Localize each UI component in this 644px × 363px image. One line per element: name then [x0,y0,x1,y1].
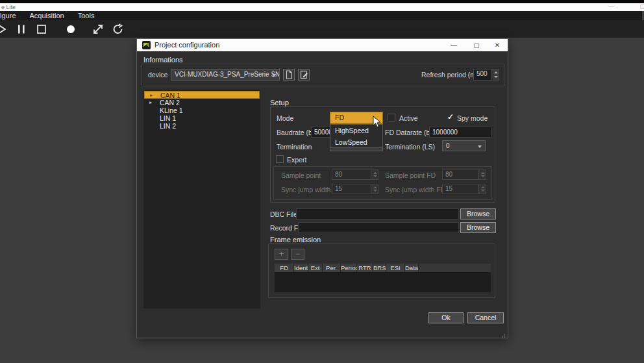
sync-jump-width-fd-label: Sync jump width FD [385,186,445,194]
refresh-icon[interactable] [112,23,123,35]
tree-item[interactable]: ► CAN 1 [144,91,260,99]
mouse-cursor [373,116,382,129]
minimize-button[interactable]: — [447,40,461,51]
tree-item-label: KLine 1 [160,106,183,114]
channel-tree: ► CAN 1 ► CAN 2 ► KLine 1 ► LIN 1 [143,90,260,308]
app-logo-icon [142,41,151,49]
sync-jump-width-fd-spinner: 15 [442,184,486,194]
spy-mode-label: Spy mode [457,114,488,122]
frame-table-column-header[interactable]: BRS [373,264,386,272]
sample-point-fd-spinner: 80 [442,169,486,180]
record-browse-label: Browse [467,223,489,231]
sample-point-fd-label: Sample point FD [385,171,436,179]
minus-icon: − [295,249,300,258]
frame-table-body[interactable] [275,272,491,292]
fd-datarate-input[interactable]: 1000000 [429,127,491,138]
frame-table-column-header[interactable]: RTR [357,264,373,272]
dbc-file-input[interactable] [296,208,459,219]
record-icon[interactable] [65,23,77,35]
tree-item[interactable]: ► CAN 2 [144,99,260,106]
tree-item-label: LIN 1 [160,114,176,122]
record-browse-button[interactable]: Browse [460,222,496,233]
app-titlebar: e Lite — ▢ [0,3,644,11]
resize-grip[interactable] [499,330,505,336]
tree-item-label: LIN 2 [160,122,176,130]
active-checkbox[interactable] [388,114,395,121]
app-minimize-icon[interactable]: — [608,3,614,10]
tree-expander-icon[interactable]: ► [149,99,153,106]
app-maximize-icon[interactable]: ▢ [639,3,644,10]
spinner-arrows-icon[interactable] [491,69,499,80]
termination-ls-label: Termination (LS) [385,143,435,151]
frame-table-column-header[interactable]: FD [275,264,294,272]
tree-item-label: CAN 2 [160,99,180,106]
sync-jump-width-spinner: 15 [332,184,378,194]
menu-item[interactable]: figure [0,12,16,19]
spinner-arrows-icon [478,184,486,194]
screen: e Lite — ▢ figure Acquisition Tools [0,0,644,363]
refresh-period-spinner[interactable]: 500 [473,69,499,81]
frame-table-column-header[interactable]: Data [405,264,419,272]
remove-frame-button[interactable]: − [291,249,304,260]
termination-ls-value: 0 [446,142,450,149]
spinner-arrows-icon [478,170,486,179]
setup-section-label: Setup [270,99,289,106]
cancel-button[interactable]: Cancel [467,312,504,323]
ok-button-label: Ok [441,314,450,321]
frame-table-column-header[interactable]: Per. [323,264,341,272]
dbc-browse-label: Browse [467,210,489,218]
new-document-button[interactable] [283,69,295,81]
frame-table-column-header[interactable]: Period [341,264,357,272]
sample-point-value: 80 [335,171,342,178]
device-combobox-value: VCI-MUXDIAG-3_PSA_PreSerie SN 464 [175,71,280,78]
pause-icon[interactable] [16,23,27,35]
frame-table-header: FD Ident Ext Per. Period RTR BRS ESI Dat… [275,264,491,272]
project-configuration-dialog: Project configuration — ▢ ✕ Informations… [136,38,508,338]
app-window-title: e Lite [1,4,16,10]
spinner-arrows-icon [371,170,378,179]
chevron-down-icon [272,74,276,77]
menu-item[interactable]: Acquisition [30,12,64,19]
record-file-input[interactable] [298,222,459,233]
menu-item[interactable]: Tools [78,12,95,19]
device-label: device [148,71,167,79]
mode-selected-value: FD [335,114,344,121]
informations-section-label: Informations [143,56,183,64]
edit-document-button[interactable] [298,69,310,81]
refresh-period-value: 500 [477,70,488,77]
maximize-button[interactable]: ▢ [469,40,484,51]
frame-table-column-header[interactable]: ESI [386,264,405,272]
frame-table-column-header[interactable]: Ident [294,264,308,272]
spy-mode-checkbox[interactable]: ✓ [447,112,454,121]
sync-jump-width-label: Sync jump width [281,186,330,194]
sync-jump-width-fd-value: 15 [445,185,452,192]
tree-item[interactable]: ► LIN 1 [144,114,260,122]
sample-point-fd-value: 80 [445,171,452,178]
stop-icon[interactable] [36,23,47,35]
menubar: figure Acquisition Tools [0,11,642,20]
active-label: Active [399,114,418,122]
tree-item[interactable]: ► KLine 1 [144,106,260,114]
termination-ls-combobox[interactable]: 0 [442,140,486,151]
expert-checkbox[interactable] [276,155,284,163]
cancel-button-label: Cancel [475,314,497,321]
tree-item[interactable]: ► LIN 2 [144,122,260,130]
play-icon[interactable] [0,23,7,35]
sync-jump-width-value: 15 [335,185,342,192]
expand-icon[interactable] [92,23,103,35]
dialog-titlebar[interactable]: Project configuration — ▢ ✕ [137,39,508,51]
chevron-down-icon [478,145,482,148]
frame-table-column-header[interactable]: Ext [308,264,323,272]
fd-datarate-value: 1000000 [432,129,458,136]
ok-button[interactable]: Ok [428,312,464,323]
dialog-title: Project configuration [155,41,219,49]
close-button[interactable]: ✕ [490,40,504,51]
dbc-file-label: DBC File [270,210,297,218]
mode-dropdown-option[interactable]: LowSpeed [330,136,382,148]
sample-point-label: Sample point [281,171,321,179]
device-combobox[interactable]: VCI-MUXDIAG-3_PSA_PreSerie SN 464 [171,69,280,81]
add-frame-button[interactable]: + [275,249,288,260]
spinner-arrows-icon [371,184,378,194]
plus-icon: + [279,249,284,258]
dbc-browse-button[interactable]: Browse [460,208,496,219]
